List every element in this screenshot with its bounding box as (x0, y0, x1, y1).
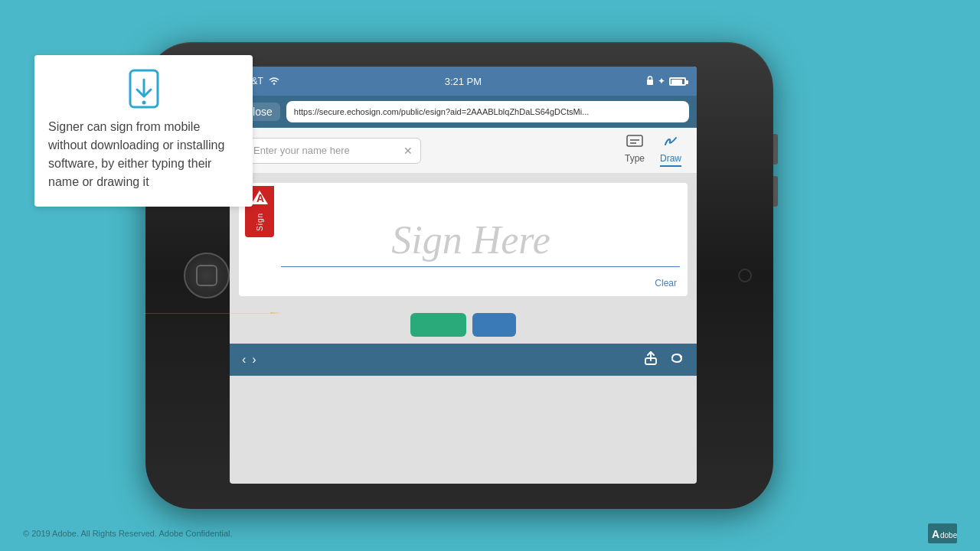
name-input-area[interactable]: Enter your name here ✕ (245, 138, 421, 164)
status-bar: AT&T 3:21 PM ✦ (230, 67, 697, 96)
draw-label: Draw (660, 153, 681, 164)
svg-text:dobe: dobe (940, 531, 957, 540)
svg-rect-6 (647, 80, 653, 85)
type-draw-tabs: Type Draw (625, 134, 681, 167)
back-button[interactable]: ‹ (242, 353, 246, 367)
url-field[interactable]: https://secure.echosign.com/public/esign… (286, 101, 689, 122)
nav-arrows: ‹ › (242, 353, 256, 367)
draw-icon (662, 134, 679, 152)
clear-name-button[interactable]: ✕ (403, 145, 413, 157)
status-right: ✦ (646, 76, 686, 87)
url-text: https://secure.echosign.com/public/esign… (294, 107, 590, 116)
callout-icon-area (48, 69, 239, 109)
phone-screen: AT&T 3:21 PM ✦ Close (230, 67, 697, 484)
type-icon (626, 134, 643, 152)
callout-text: Signer can sign from mobile without down… (48, 118, 239, 191)
url-bar: Close https://secure.echosign.com/public… (230, 96, 697, 128)
sign-here-text: Sign Here (391, 217, 550, 262)
confirm-button[interactable] (410, 313, 466, 337)
forward-button[interactable]: › (252, 353, 256, 367)
share-icon[interactable] (643, 350, 658, 370)
sign-area[interactable]: A Sign Sign Here Clear (239, 183, 688, 296)
svg-rect-7 (627, 135, 642, 146)
mobile-download-icon (124, 69, 164, 109)
adobe-logo: A dobe (928, 523, 957, 543)
lock-icon (646, 76, 654, 87)
copyright-text: © 2019 Adobe. All Rights Reserved. Adobe… (23, 529, 233, 538)
bluetooth-icon: ✦ (658, 76, 665, 86)
home-button-inner (196, 265, 217, 286)
confirm-label (427, 319, 449, 331)
callout-box: Signer can sign from mobile without down… (34, 55, 253, 207)
svg-point-2 (142, 101, 145, 105)
tab-draw[interactable]: Draw (660, 134, 681, 167)
sign-flag-text: Sign (256, 213, 264, 231)
svg-text:A: A (256, 192, 264, 204)
refresh-icon[interactable] (669, 350, 684, 370)
bottom-right-icons (643, 350, 684, 370)
wifi-icon (268, 76, 280, 87)
adobe-logo-svg: A dobe (928, 523, 957, 543)
battery-icon (669, 77, 686, 86)
name-placeholder: Enter your name here (253, 145, 399, 156)
type-label: Type (625, 153, 645, 164)
tab-type[interactable]: Type (625, 134, 645, 167)
cancel-label (486, 319, 503, 331)
svg-marker-4 (270, 312, 282, 313)
sign-toolbar: Enter your name here ✕ Type Draw (230, 128, 697, 174)
svg-point-5 (273, 83, 275, 84)
adobe-logo-flag: A (251, 189, 268, 210)
clear-button[interactable]: Clear (655, 278, 677, 289)
pointer-arrow (144, 312, 282, 314)
status-time: 3:21 PM (445, 76, 482, 87)
action-buttons-area (230, 305, 697, 344)
browser-bottom-nav: ‹ › (230, 344, 697, 376)
volume-button-2 (773, 176, 778, 207)
home-button[interactable] (184, 253, 230, 298)
camera (738, 269, 752, 282)
sign-line (281, 266, 680, 267)
cancel-button[interactable] (472, 313, 517, 337)
footer: © 2019 Adobe. All Rights Reserved. Adobe… (23, 523, 957, 543)
volume-button-1 (773, 134, 778, 165)
svg-text:A: A (932, 528, 939, 540)
